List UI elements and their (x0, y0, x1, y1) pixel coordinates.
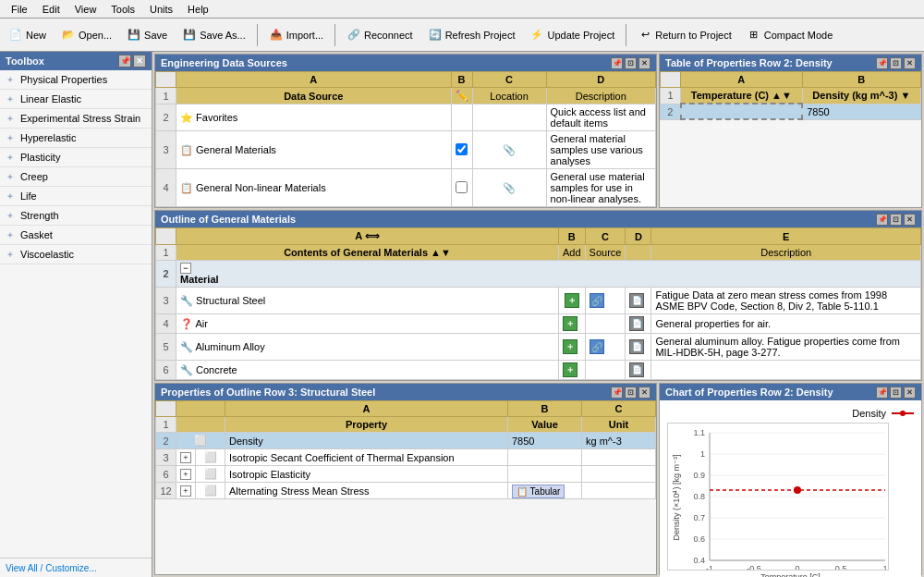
eng-data-pin-btn[interactable]: 📌 (611, 57, 623, 69)
outline-col-b[interactable]: B (559, 228, 586, 245)
eng-data-close-btn[interactable]: ✕ (638, 57, 650, 69)
outline-col-c[interactable]: C (585, 228, 626, 245)
menu-edit[interactable]: Edit (35, 2, 67, 17)
density-cell[interactable]: 7850 (802, 104, 920, 119)
props-outline-float-btn[interactable]: ⊡ (625, 387, 637, 399)
po-col-a[interactable]: A (225, 401, 508, 417)
props-outline-scroll[interactable]: A B C 1 Property Value Unit (155, 400, 656, 574)
props-outline-table: A B C 1 Property Value Unit (155, 400, 656, 499)
toolbox-item-physical-props[interactable]: ＋ Physical Properties (0, 70, 152, 90)
row3-add-btn[interactable]: ＋ (565, 293, 579, 308)
col-c-header[interactable]: C (472, 72, 546, 88)
menu-help[interactable]: Help (180, 2, 216, 17)
outline-scroll[interactable]: A ⟺ B C D E 1 Contents of General Materi… (155, 227, 921, 380)
chart-pin-btn[interactable]: 📌 (876, 387, 888, 399)
toolbar-separator-2 (334, 24, 335, 46)
toolbox-item-hyperelastic[interactable]: ＋ Hyperelastic (0, 129, 152, 148)
po-row-3[interactable]: 3 + ⬜ Isotropic Secant Coefficient of Th… (156, 449, 656, 466)
chart-close-btn[interactable]: ✕ (904, 387, 916, 399)
compact-mode-button[interactable]: ⊞ Compact Mode (740, 22, 840, 48)
menu-units[interactable]: Units (142, 2, 180, 17)
row3-expand[interactable]: + (180, 452, 191, 463)
props-row-2[interactable]: 2 7850 (661, 104, 921, 119)
toolbox-item-creep[interactable]: ＋ Creep (0, 167, 152, 187)
toolbox-item-plasticity[interactable]: ＋ Plasticity (0, 148, 152, 167)
po-row-2[interactable]: 2 ⬜ Density 7850 kg m^-3 (156, 433, 656, 449)
reconnect-button[interactable]: 🔗 Reconnect (340, 22, 419, 48)
row6-add-btn[interactable]: ＋ (563, 362, 578, 377)
outline-title-bar: Outline of General Materials 📌 ⊡ ✕ (155, 211, 921, 227)
po-row-6[interactable]: 6 + ⬜ Isotropic Elasticity (156, 466, 656, 483)
tabular-tag: 📋 Tabular (512, 485, 565, 498)
props-outline-close-btn[interactable]: ✕ (638, 387, 650, 399)
props-table-close-btn[interactable]: ✕ (904, 57, 916, 69)
row5-doc-btn[interactable]: 📄 (629, 339, 644, 354)
eng-row-2[interactable]: 2 ⭐ Favorites Quick access list and defa… (156, 104, 656, 131)
new-button[interactable]: 📄 New (2, 22, 53, 48)
outline-col-a[interactable]: A ⟺ (176, 228, 559, 245)
section-expand-btn[interactable]: − (180, 263, 191, 274)
outline-col-e[interactable]: E (651, 228, 921, 245)
eng-row-4[interactable]: 4 📋 General Non-linear Materials 📎 Gener… (156, 169, 656, 207)
props-col-a[interactable]: A (681, 72, 803, 88)
toolbox-item-life[interactable]: ＋ Life (0, 187, 152, 206)
toolbox-item-exp-stress[interactable]: ＋ Experimental Stress Strain (0, 109, 152, 129)
toolbox-item-linear-elastic[interactable]: ＋ Linear Elastic (0, 90, 152, 109)
toolbox-item-viscoelastic[interactable]: ＋ Viscoelastic (0, 245, 152, 264)
row4-doc-btn[interactable]: 📄 (629, 316, 644, 331)
menu-file[interactable]: File (4, 2, 35, 17)
temp-cell[interactable] (681, 104, 803, 119)
row6-expand[interactable]: + (180, 469, 191, 480)
outline-row-5[interactable]: 5 🔧 Aluminum Alloy ＋ 🔗 (156, 334, 921, 361)
save-button[interactable]: 💾 Save (120, 22, 174, 48)
view-all-link[interactable]: View All / Customize... (6, 563, 97, 573)
col-d-header[interactable]: D (546, 72, 655, 88)
outline-row-4[interactable]: 4 ❓ Air ＋ 📄 (156, 314, 921, 334)
row3-doc-btn[interactable]: 📄 (629, 293, 644, 308)
outline-pin-btn[interactable]: 📌 (876, 214, 888, 226)
props-outline-pin-btn[interactable]: 📌 (611, 387, 623, 399)
expand-icon: ＋ (6, 170, 17, 183)
toolbox-item-strength[interactable]: ＋ Strength (0, 206, 152, 226)
row4-checkbox[interactable] (456, 181, 468, 193)
col-a-header[interactable]: A (176, 72, 452, 88)
props-col-b[interactable]: B (802, 72, 920, 88)
menu-view[interactable]: View (67, 2, 104, 17)
row5-link-btn[interactable]: 🔗 (590, 339, 604, 354)
row12-expand[interactable]: + (180, 485, 191, 497)
data-source-header: Data Source (176, 88, 452, 104)
row4-add-btn[interactable]: ＋ (563, 316, 578, 331)
chart-float-btn[interactable]: ⊡ (890, 387, 902, 399)
col-b-header[interactable]: B (451, 72, 472, 88)
open-icon: 📂 (61, 28, 76, 43)
toolbox-close-btn[interactable]: ✕ (133, 55, 146, 68)
row5-add-btn[interactable]: ＋ (563, 339, 578, 354)
eng-row-3[interactable]: 3 📋 General Materials 📎 General material… (156, 131, 656, 169)
po-col-c[interactable]: C (582, 401, 656, 417)
outline-panel: Outline of General Materials 📌 ⊡ ✕ (154, 210, 922, 381)
return-icon: ↩ (638, 28, 652, 43)
row3-link-btn[interactable]: 🔗 (590, 293, 604, 308)
outline-row-6[interactable]: 6 🔧 Concrete ＋ 📄 (156, 361, 921, 380)
eng-data-float-btn[interactable]: ⊡ (625, 57, 637, 69)
refresh-project-button[interactable]: 🔄 Engineering Data Sources Refresh Proje… (421, 22, 522, 48)
outline-section: Outline of General Materials 📌 ⊡ ✕ (152, 210, 924, 383)
outline-row-3[interactable]: 3 🔧 Structural Steel ＋ (156, 288, 921, 314)
outline-close-btn[interactable]: ✕ (904, 214, 916, 226)
save-as-button[interactable]: 💾 Save As... (176, 22, 252, 48)
open-button[interactable]: 📂 Open... (55, 22, 118, 48)
toolbox-item-gasket[interactable]: ＋ Gasket (0, 226, 152, 245)
return-project-button[interactable]: ↩ Return to Project (631, 22, 738, 48)
outline-float-btn[interactable]: ⊡ (890, 214, 902, 226)
row6-doc-btn[interactable]: 📄 (629, 362, 644, 377)
props-table-float-btn[interactable]: ⊡ (890, 57, 902, 69)
po-row-12[interactable]: 12 + ⬜ Alternating Stress Mean Stress 📋 … (156, 483, 656, 499)
row3-checkbox[interactable] (456, 143, 468, 155)
outline-col-d[interactable]: D (626, 228, 651, 245)
props-table-pin-btn[interactable]: 📌 (876, 57, 888, 69)
menu-tools[interactable]: Tools (103, 2, 142, 17)
toolbox-pin-btn[interactable]: 📌 (118, 55, 131, 68)
update-project-button[interactable]: ⚡ Update Project (523, 22, 621, 48)
po-col-b[interactable]: B (508, 401, 582, 417)
import-button[interactable]: 📥 Import... (262, 22, 330, 48)
